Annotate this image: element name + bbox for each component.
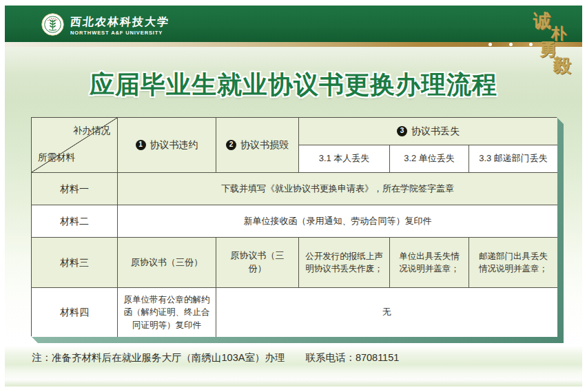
motto-char-1: 诚	[533, 12, 551, 30]
material-3-col1: 原协议书（三份）	[118, 238, 216, 288]
row-label-material-1: 材料一	[32, 173, 118, 205]
header-band: 西北农林科技大学 NORTHWEST A&F UNIVERSITY	[5, 6, 582, 42]
motto-char-2: 朴	[551, 25, 566, 41]
subheader-3-1: 3.1 本人丢失	[299, 145, 390, 173]
university-names: 西北农林科技大学 NORTHWEST A&F UNIVERSITY	[70, 16, 169, 37]
subheader-3-3: 3.3 邮递部门丢失	[469, 145, 557, 173]
row-label-material-3: 材料三	[32, 238, 118, 288]
col-header-3: 3 协议书丢失	[299, 118, 557, 145]
material-3-col5: 邮递部门出具丢失情况说明并盖章；	[469, 238, 557, 288]
university-emblem-icon	[41, 13, 64, 39]
corner-label-situation: 补办情况	[73, 124, 110, 138]
material-1-content: 下载并填写《就业协议书更换申请表》，所在学院签字盖章	[118, 173, 557, 205]
corner-cell: 补办情况 所需材料	[32, 118, 118, 173]
strip-dot	[488, 43, 492, 46]
footer-note: 注：准备齐材料后在就业服务大厅（南绣山103A室）办理联系电话：87081151	[32, 351, 399, 364]
col-header-3-label: 协议书丢失	[411, 124, 460, 138]
gold-divider-strip	[5, 42, 582, 47]
badge-2-icon: 2	[226, 140, 236, 150]
col-header-1: 1 协议书违约	[118, 118, 216, 173]
material-3-col2: 原协议书（三份）	[216, 238, 299, 288]
university-name-en: NORTHWEST A&F UNIVERSITY	[70, 30, 169, 36]
badge-1-icon: 1	[136, 140, 146, 150]
subheader-3-2: 3.2 单位丢失	[390, 145, 469, 173]
strip-dot	[509, 43, 513, 46]
university-name-cn: 西北农林科技大学	[70, 16, 170, 28]
poster-page: 西北农林科技大学 NORTHWEST A&F UNIVERSITY 诚 朴 勇 …	[0, 0, 587, 392]
procedure-table: 补办情况 所需材料 1 协议书违约 2 协议书损毁 3 协议书丢失 3.1 本人…	[31, 117, 557, 336]
col-header-2-label: 协议书损毁	[240, 138, 289, 152]
strip-dot	[529, 43, 533, 46]
material-3-col3: 公开发行的报纸上声明协议书丢失作废；	[299, 238, 390, 288]
col-header-1-label: 协议书违约	[150, 138, 198, 152]
col-header-2: 2 协议书损毁	[216, 118, 299, 173]
badge-3-icon: 3	[397, 126, 407, 136]
row-label-material-2: 材料二	[32, 205, 118, 238]
material-4-none: 无	[216, 288, 557, 337]
page-title: 应届毕业生就业协议书更换办理流程	[0, 68, 587, 102]
material-2-content: 新单位接收函（录用通知、劳动合同等）复印件	[118, 205, 557, 238]
material-3-col4: 单位出具丢失情况说明并盖章；	[390, 238, 469, 288]
corner-label-materials: 所需材料	[38, 151, 75, 165]
footer-phone: 联系电话：87081151	[305, 352, 399, 363]
material-4-col1: 原单位带有公章的解约函（解约证明、终止合同证明等）复印件	[118, 288, 216, 337]
footer-note-text: 注：准备齐材料后在就业服务大厅（南绣山103A室）办理	[32, 352, 285, 363]
row-label-material-4: 材料四	[32, 288, 118, 337]
university-logo: 西北农林科技大学 NORTHWEST A&F UNIVERSITY	[41, 13, 169, 39]
